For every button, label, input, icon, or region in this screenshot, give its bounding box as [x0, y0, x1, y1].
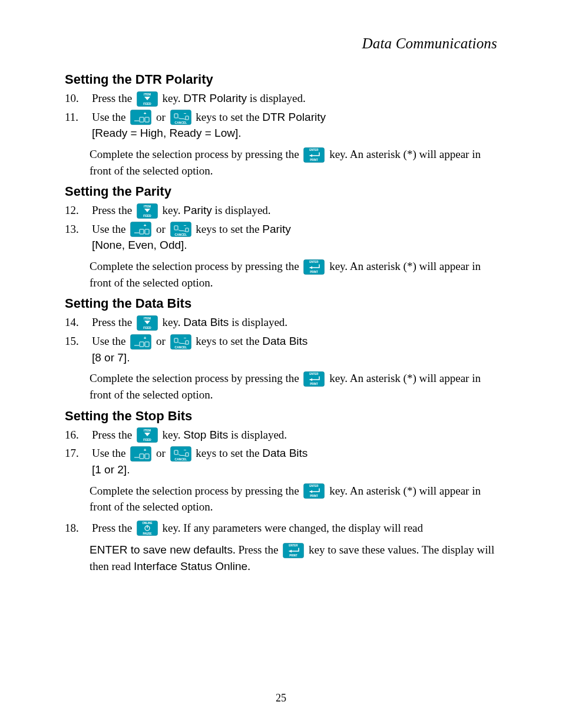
onlinePause-key-icon: ONLINE PAUSE — [137, 521, 158, 536]
options-range: [1 or 2]. — [92, 463, 130, 476]
step-number: 16. — [65, 427, 92, 443]
svg-text:PRINT: PRINT — [310, 271, 319, 274]
step: 13. Use the + or – CANCEL keys to set th… — [65, 222, 497, 253]
step-body: Press the ITEM FEED key. Parity is displ… — [92, 203, 497, 219]
step-number: 15. — [65, 334, 92, 349]
plus-key-icon: + — [130, 222, 151, 237]
svg-text:FEED: FEED — [143, 213, 151, 217]
svg-text:+: + — [144, 447, 147, 452]
options-range: [8 or 7]. — [92, 351, 130, 364]
step-body: Press the ONLINE PAUSE key. If any param… — [92, 521, 497, 537]
enterPrint-key-icon: ENTER PRINT — [303, 259, 325, 275]
itemFeed-key-icon: ITEM FEED — [137, 315, 158, 331]
svg-text:FEED: FEED — [143, 326, 151, 330]
step-number: 17. — [65, 446, 92, 461]
svg-text:+: + — [144, 111, 147, 116]
plus-key-icon: + — [130, 446, 151, 462]
page: Data Communications Setting the DTR Pola… — [0, 0, 562, 728]
step-body: Use the + or – CANCEL keys to set the Da… — [92, 334, 497, 365]
step-body: Press the ITEM FEED key. Data Bits is di… — [92, 315, 497, 331]
step-number: 14. — [65, 315, 92, 330]
step: 18. Press the ONLINE PAUSE key. If any p… — [65, 521, 497, 537]
svg-text:+: + — [144, 223, 147, 228]
content-body: Setting the DTR Polarity 10. Press the I… — [65, 72, 497, 574]
svg-text:PRINT: PRINT — [310, 495, 319, 498]
svg-text:–: – — [183, 110, 186, 116]
step: 17. Use the + or – CANCEL keys to set th… — [65, 446, 497, 477]
enterPrint-key-icon: ENTER PRINT — [303, 483, 325, 499]
svg-text:ENTER: ENTER — [289, 544, 299, 547]
step-number: 18. — [65, 521, 92, 536]
svg-text:FEED: FEED — [143, 438, 151, 442]
svg-text:PRINT: PRINT — [310, 159, 319, 162]
step: 14. Press the ITEM FEED key. Data Bits i… — [65, 315, 497, 331]
svg-text:ENTER: ENTER — [310, 149, 319, 151]
step-sub: Complete the selection process by pressi… — [90, 371, 497, 402]
svg-text:CANCEL: CANCEL — [174, 233, 187, 236]
step-number: 11. — [65, 110, 92, 125]
step-body: Use the + or – CANCEL keys to set the Da… — [92, 446, 497, 477]
enterPrint-key-icon: ENTER PRINT — [303, 371, 325, 387]
svg-text:CANCEL: CANCEL — [174, 457, 187, 460]
step-sub: Complete the selection process by pressi… — [90, 483, 497, 515]
svg-text:ONLINE: ONLINE — [142, 522, 152, 525]
options-range: [Ready = High, Ready = Low]. — [92, 127, 241, 139]
section-heading: Setting the Parity — [65, 184, 497, 199]
svg-text:ITEM: ITEM — [144, 92, 151, 95]
step-body: Use the + or – CANCEL keys to set the DT… — [92, 110, 497, 141]
step: 16. Press the ITEM FEED key. Stop Bits i… — [65, 427, 497, 444]
svg-text:+: + — [144, 335, 147, 340]
svg-text:ENTER: ENTER — [310, 373, 319, 375]
svg-text:ITEM: ITEM — [144, 429, 151, 432]
section-heading: Setting the DTR Polarity — [65, 72, 497, 87]
itemFeed-key-icon: ITEM FEED — [137, 203, 158, 219]
enterPrint-key-icon: ENTER PRINT — [303, 147, 325, 163]
svg-text:–: – — [183, 222, 186, 228]
svg-text:PRINT: PRINT — [289, 554, 297, 557]
step-number: 12. — [65, 203, 92, 218]
step-body: Use the + or – CANCEL keys to set the Pa… — [92, 222, 497, 253]
svg-text:PAUSE: PAUSE — [143, 532, 151, 535]
step: 15. Use the + or – CANCEL keys to set th… — [65, 334, 497, 365]
svg-text:ENTER: ENTER — [310, 485, 319, 487]
section-heading: Setting the Data Bits — [65, 296, 497, 311]
itemFeed-key-icon: ITEM FEED — [137, 91, 158, 107]
svg-text:PRINT: PRINT — [310, 383, 319, 386]
page-number: 25 — [0, 692, 562, 704]
step-sub: Complete the selection process by pressi… — [90, 147, 497, 178]
plus-key-icon: + — [130, 334, 151, 350]
svg-text:–: – — [183, 334, 186, 340]
svg-text:CANCEL: CANCEL — [174, 121, 187, 124]
step-number: 10. — [65, 91, 92, 106]
cancel-key-icon: – CANCEL — [170, 334, 191, 350]
svg-text:CANCEL: CANCEL — [174, 345, 187, 348]
options-range: [None, Even, Odd]. — [92, 239, 187, 251]
step-sub: ENTER to save new defaults. Press the EN… — [90, 542, 497, 574]
step-number: 13. — [65, 222, 92, 237]
svg-text:ITEM: ITEM — [144, 317, 151, 320]
cancel-key-icon: – CANCEL — [170, 110, 191, 125]
cancel-key-icon: – CANCEL — [170, 222, 191, 237]
cancel-key-icon: – CANCEL — [170, 446, 191, 462]
step-body: Press the ITEM FEED key. DTR Polarity is… — [92, 91, 497, 107]
section-heading: Setting the Stop Bits — [65, 409, 497, 424]
step-sub: Complete the selection process by pressi… — [90, 259, 497, 290]
svg-text:ENTER: ENTER — [310, 261, 319, 263]
step: 12. Press the ITEM FEED key. Parity is d… — [65, 203, 497, 219]
svg-text:ITEM: ITEM — [144, 204, 151, 207]
enterPrint-key-icon: ENTER PRINT — [283, 543, 304, 558]
step-body: Press the ITEM FEED key. Stop Bits is di… — [92, 427, 497, 444]
step: 11. Use the + or – CANCEL keys to set th… — [65, 110, 497, 141]
page-header-title: Data Communications — [65, 35, 497, 52]
itemFeed-key-icon: ITEM FEED — [137, 427, 158, 443]
step: 10. Press the ITEM FEED key. DTR Polarit… — [65, 91, 497, 107]
svg-text:FEED: FEED — [143, 101, 151, 105]
plus-key-icon: + — [130, 110, 151, 125]
svg-text:–: – — [183, 446, 186, 452]
